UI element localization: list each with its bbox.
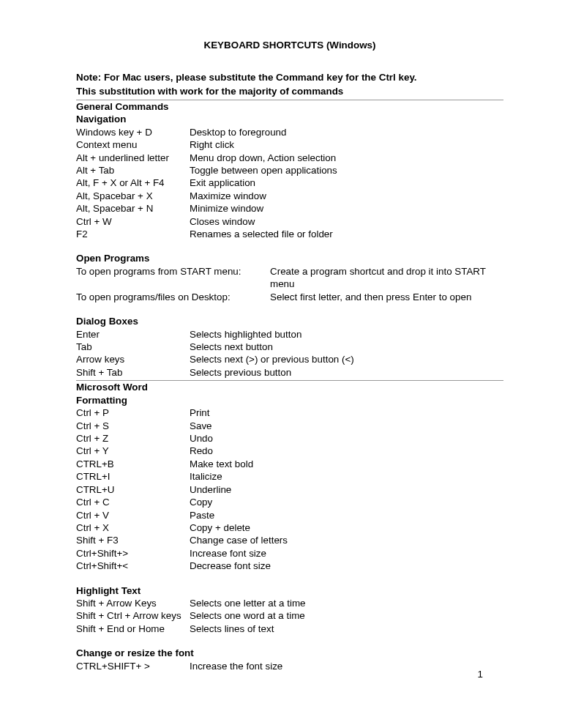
shortcut-list: CTRL+SHIFT+ >Increase the font size — [76, 660, 503, 672]
shortcut-description: Copy — [190, 496, 503, 508]
shortcut-description: Decrease font size — [190, 560, 503, 572]
shortcut-key: To open programs/files on Desktop: — [76, 291, 270, 303]
document-title: KEYBOARD SHORTCUTS (Windows) — [76, 40, 503, 51]
shortcut-row: Ctrl + WCloses window — [76, 215, 503, 228]
shortcut-description: Menu drop down, Action selection — [190, 152, 503, 164]
shortcut-description: Increase the font size — [190, 660, 503, 672]
shortcut-key: CTRL+U — [76, 483, 190, 496]
shortcut-row: Context menuRight click — [76, 138, 503, 151]
shortcut-row: CTRL+BMake text bold — [76, 458, 503, 470]
shortcut-description: Selects next button — [190, 341, 503, 353]
shortcut-list: Ctrl + PPrintCtrl + SSaveCtrl + ZUndoCtr… — [76, 406, 503, 572]
shortcut-key: CTRL+SHIFT+ > — [76, 660, 190, 672]
shortcut-description: Exit application — [190, 177, 503, 189]
shortcut-list: To open programs from START menu:Create … — [76, 265, 503, 303]
shortcut-key: Ctrl + Z — [76, 432, 190, 445]
shortcut-key: CTRL+B — [76, 458, 190, 470]
shortcut-list: Shift + Arrow KeysSelects one letter at … — [76, 597, 503, 635]
shortcut-description: Selects lines of text — [190, 623, 503, 635]
shortcut-key: Shift + End or Home — [76, 623, 190, 635]
shortcut-description: Closes window — [190, 215, 503, 228]
shortcut-key: Ctrl + W — [76, 215, 190, 228]
section-subheading: Navigation — [76, 113, 503, 125]
shortcut-row: Alt + underlined letterMenu drop down, A… — [76, 152, 503, 164]
shortcut-description: Select first letter, and then press Ente… — [270, 291, 503, 303]
shortcut-row: Arrow keysSelects next (>) or previous b… — [76, 353, 503, 365]
shortcut-row: To open programs/files on Desktop:Select… — [76, 291, 503, 303]
shortcut-key: Context menu — [76, 138, 190, 151]
shortcut-description: Save — [190, 420, 503, 432]
section-heading: Microsoft Word — [76, 381, 503, 393]
shortcut-row: Ctrl + ZUndo — [76, 432, 503, 445]
shortcut-row: Shift + End or HomeSelects lines of text — [76, 623, 503, 635]
shortcut-key: Ctrl + X — [76, 521, 190, 534]
shortcut-row: CTRL+SHIFT+ >Increase the font size — [76, 660, 503, 672]
shortcut-description: Right click — [190, 138, 503, 151]
shortcut-key: Ctrl + V — [76, 509, 190, 521]
section-heading: Dialog Boxes — [76, 315, 503, 327]
shortcut-key: Alt, F + X or Alt + F4 — [76, 177, 190, 189]
shortcut-key: Arrow keys — [76, 353, 190, 365]
shortcut-list: Windows key + DDesktop to foregroundCont… — [76, 126, 503, 241]
section-heading: General Commands — [76, 100, 503, 113]
shortcut-key: Windows key + D — [76, 126, 190, 138]
shortcut-row: Alt, F + X or Alt + F4Exit application — [76, 177, 503, 189]
shortcut-row: Ctrl + CCopy — [76, 496, 503, 508]
document-page: KEYBOARD SHORTCUTS (Windows) Note: For M… — [0, 0, 562, 702]
shortcut-key: Ctrl + S — [76, 420, 190, 432]
note-line-1: Note: For Mac users, please substitute t… — [76, 71, 503, 83]
shortcut-key: Shift + Tab — [76, 366, 190, 379]
shortcut-description: Renames a selected file or folder — [190, 228, 503, 240]
shortcut-description: Increase font size — [190, 547, 503, 560]
note-line-2: This substitution with work for the majo… — [76, 85, 503, 97]
shortcut-description: Selects previous button — [190, 366, 503, 379]
section-subheading: Formatting — [76, 394, 503, 406]
shortcut-description: Italicize — [190, 470, 503, 483]
shortcut-description: Redo — [190, 445, 503, 457]
shortcut-description: Desktop to foreground — [190, 126, 503, 138]
shortcut-description: Selects one word at a time — [190, 609, 503, 622]
shortcut-row: CTRL+IItalicize — [76, 470, 503, 483]
shortcut-description: Selects one letter at a time — [190, 597, 503, 609]
shortcut-row: Shift + Arrow KeysSelects one letter at … — [76, 597, 503, 609]
shortcut-key: To open programs from START menu: — [76, 265, 270, 291]
shortcut-row: CTRL+UUnderline — [76, 483, 503, 496]
shortcut-key: Ctrl + C — [76, 496, 190, 508]
shortcut-description: Undo — [190, 432, 503, 445]
shortcut-row: Ctrl + XCopy + delete — [76, 521, 503, 534]
shortcut-key: Ctrl + P — [76, 406, 190, 419]
shortcut-row: Ctrl + PPrint — [76, 406, 503, 419]
shortcut-description: Create a program shortcut and drop it in… — [270, 265, 503, 291]
shortcut-description: Underline — [190, 483, 503, 496]
shortcut-row: To open programs from START menu:Create … — [76, 265, 503, 291]
shortcut-key: Ctrl+Shift+< — [76, 560, 190, 572]
shortcut-key: Alt, Spacebar + X — [76, 190, 190, 202]
shortcut-row: Alt + TabToggle between open application… — [76, 164, 503, 177]
shortcut-list: EnterSelects highlighted buttonTabSelect… — [76, 328, 503, 379]
shortcut-key: Ctrl + Y — [76, 445, 190, 457]
shortcut-description: Make text bold — [190, 458, 503, 470]
shortcut-key: Shift + Arrow Keys — [76, 597, 190, 609]
shortcut-row: Ctrl + YRedo — [76, 445, 503, 457]
shortcut-row: Ctrl+Shift+>Increase font size — [76, 547, 503, 560]
shortcut-description: Minimize window — [190, 202, 503, 215]
shortcut-key: F2 — [76, 228, 190, 240]
shortcut-row: F2Renames a selected file or folder — [76, 228, 503, 240]
shortcut-key: Alt + Tab — [76, 164, 190, 177]
shortcut-row: Ctrl + SSave — [76, 420, 503, 432]
shortcut-key: Ctrl+Shift+> — [76, 547, 190, 560]
shortcut-description: Copy + delete — [190, 521, 503, 534]
shortcut-row: Alt, Spacebar + XMaximize window — [76, 190, 503, 202]
section-heading: Highlight Text — [76, 584, 503, 597]
shortcut-row: Ctrl + VPaste — [76, 509, 503, 521]
shortcut-row: Windows key + DDesktop to foreground — [76, 126, 503, 138]
shortcut-row: EnterSelects highlighted button — [76, 328, 503, 341]
shortcut-row: TabSelects next button — [76, 341, 503, 353]
shortcut-row: Ctrl+Shift+<Decrease font size — [76, 560, 503, 572]
shortcut-description: Print — [190, 406, 503, 419]
shortcut-description: Selects highlighted button — [190, 328, 503, 341]
section-heading: Open Programs — [76, 252, 503, 264]
shortcut-row: Shift + Ctrl + Arrow keysSelects one wor… — [76, 609, 503, 622]
shortcut-key: Tab — [76, 341, 190, 353]
section-heading: Change or resize the font — [76, 647, 503, 659]
